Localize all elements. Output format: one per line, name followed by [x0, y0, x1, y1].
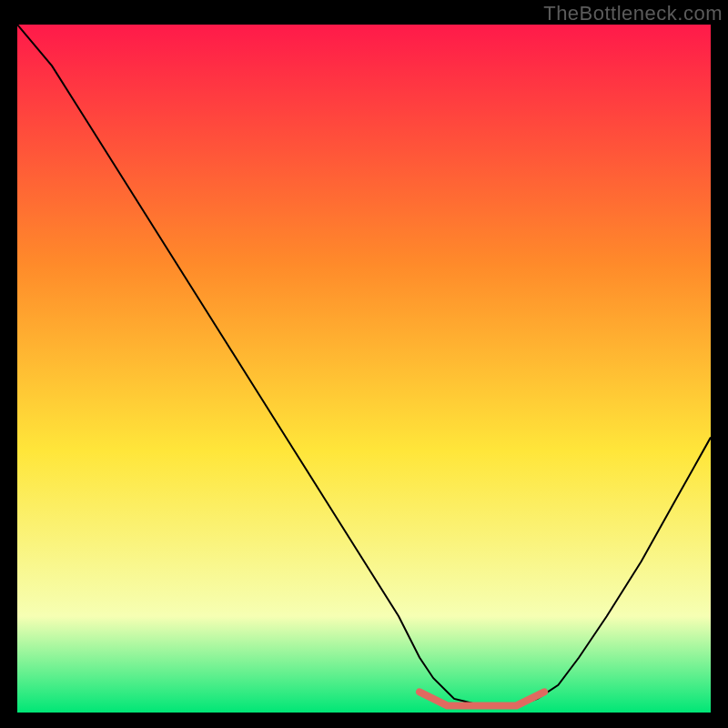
chart-frame: TheBottleneck.com — [0, 0, 728, 728]
optimal-range-marker — [420, 692, 544, 705]
watermark-text: TheBottleneck.com — [543, 2, 723, 25]
plot-area — [17, 25, 711, 713]
curve-layer — [17, 25, 711, 713]
bottleneck-curve — [17, 25, 711, 705]
